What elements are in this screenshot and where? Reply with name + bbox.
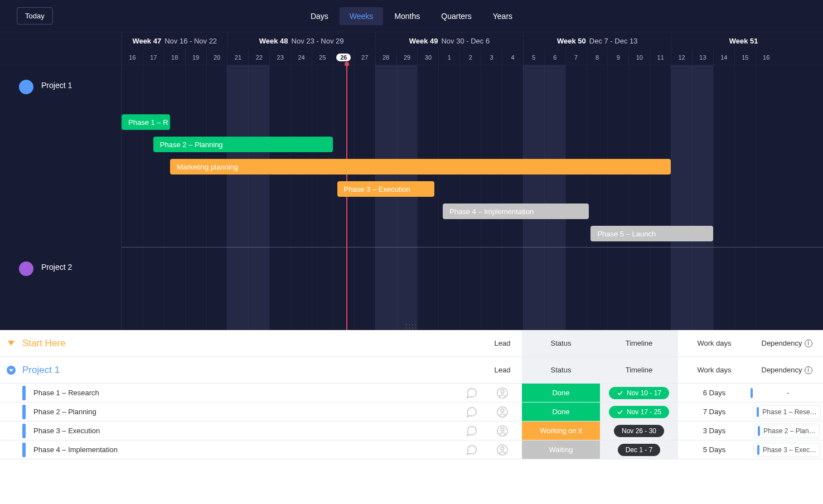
- person-icon[interactable]: [483, 421, 522, 440]
- chat-icon[interactable]: [461, 403, 483, 421]
- gantt-bar[interactable]: Phase 1 – R: [122, 114, 170, 130]
- dependency-cell[interactable]: Phase 3 – Exec…: [751, 440, 823, 459]
- gantt-group[interactable]: Project 2: [0, 247, 121, 330]
- week-header: Week 48Nov 23 - Nov 29: [227, 32, 375, 49]
- gantt-bar[interactable]: Phase 4 – Implementation: [443, 203, 589, 219]
- svg-point-3: [501, 409, 504, 412]
- chevron-down-icon[interactable]: [7, 366, 16, 375]
- chat-icon[interactable]: [461, 440, 483, 459]
- day-cell: 15: [734, 49, 756, 66]
- workdays-cell[interactable]: 7 Days: [678, 403, 751, 421]
- section-title[interactable]: Start Here: [22, 338, 461, 349]
- timeline-cell[interactable]: Nov 10 - 17: [600, 384, 678, 402]
- scale-tab-quarters[interactable]: Quarters: [431, 7, 481, 25]
- col-status[interactable]: Status: [522, 357, 600, 383]
- scale-tab-days[interactable]: Days: [301, 7, 338, 25]
- days-row: 1617181920212223242526272829301234567891…: [122, 49, 823, 66]
- table-row[interactable]: Phase 1 – ResearchDoneNov 10 - 176 Days-: [0, 384, 823, 403]
- chat-icon[interactable]: [461, 384, 483, 402]
- person-icon[interactable]: [483, 440, 522, 459]
- workdays-cell[interactable]: 5 Days: [678, 440, 751, 459]
- day-cell: 27: [354, 49, 375, 66]
- day-cell: 19: [185, 49, 206, 66]
- pane-resize-handle[interactable]: ::::: [405, 322, 418, 330]
- scale-tab-weeks[interactable]: Weeks: [340, 7, 384, 25]
- today-button[interactable]: Today: [17, 7, 53, 25]
- day-cell: 16: [122, 49, 143, 66]
- col-dependency[interactable]: Dependencyi: [751, 357, 823, 383]
- dependency-cell[interactable]: Phase 1 – Rese…: [751, 403, 823, 421]
- table-row[interactable]: Phase 3 – ExecutionWorking on itNov 26 -…: [0, 421, 823, 440]
- day-cell: 29: [396, 49, 418, 66]
- col-timeline[interactable]: Timeline: [600, 357, 678, 383]
- day-cell: 25: [312, 49, 333, 66]
- gantt-bar[interactable]: Phase 5 – Launch: [590, 226, 713, 241]
- day-cell: 30: [417, 49, 438, 66]
- person-icon[interactable]: [483, 403, 522, 421]
- item-color-bar: [22, 386, 26, 400]
- item-name[interactable]: Phase 1 – Research: [33, 389, 99, 397]
- svg-point-7: [501, 447, 504, 450]
- status-cell[interactable]: Done: [522, 384, 600, 402]
- status-cell[interactable]: Done: [522, 403, 600, 421]
- gantt-group[interactable]: Project 1: [0, 65, 121, 247]
- table-row[interactable]: Phase 4 – ImplementationWaitingDec 1 - 7…: [0, 440, 823, 459]
- gantt-bar[interactable]: Phase 2 – Planning: [153, 137, 333, 152]
- workdays-cell[interactable]: 3 Days: [678, 421, 751, 440]
- item-name[interactable]: Phase 3 – Execution: [33, 427, 100, 435]
- day-cell: 23: [269, 49, 291, 66]
- dependency-cell[interactable]: Phase 2 – Plan…: [751, 421, 823, 440]
- day-cell: 10: [628, 49, 650, 66]
- gantt-left-header: [0, 32, 122, 65]
- col-workdays[interactable]: Work days: [678, 330, 751, 356]
- day-cell: 18: [164, 49, 185, 66]
- item-name[interactable]: Phase 2 – Planning: [33, 408, 96, 416]
- today-marker: [346, 64, 347, 330]
- day-cell: 12: [671, 49, 692, 66]
- weeks-row: Week 47Nov 16 - Nov 22Week 48Nov 23 - No…: [122, 32, 823, 49]
- table-row[interactable]: Phase 2 – PlanningDoneNov 17 - 257 DaysP…: [0, 403, 823, 421]
- person-icon[interactable]: [483, 384, 522, 402]
- section-title[interactable]: Project 1: [22, 365, 461, 376]
- col-status[interactable]: Status: [522, 330, 600, 356]
- col-lead[interactable]: Lead: [483, 357, 522, 383]
- chevron-down-icon[interactable]: [8, 341, 14, 346]
- status-cell[interactable]: Working on it: [522, 421, 600, 440]
- day-cell: 20: [206, 49, 227, 66]
- info-icon[interactable]: i: [805, 340, 812, 347]
- day-cell: 1: [438, 49, 459, 66]
- day-cell: 7: [565, 49, 587, 66]
- timeline-cell[interactable]: Dec 1 - 7: [600, 440, 678, 459]
- gantt-bar[interactable]: Marketing planning: [170, 159, 671, 175]
- scale-tab-years[interactable]: Years: [483, 7, 522, 25]
- col-lead[interactable]: Lead: [483, 330, 522, 356]
- timeline-cell[interactable]: Nov 26 - 30: [600, 421, 678, 440]
- chart-pane[interactable]: Phase 1 – RPhase 2 – PlanningMarketing p…: [122, 65, 823, 330]
- day-cell: 13: [692, 49, 713, 66]
- item-name[interactable]: Phase 4 – Implementation: [33, 445, 118, 454]
- item-color-bar: [22, 424, 26, 438]
- day-cell: 3: [481, 49, 502, 66]
- timeline-cell[interactable]: Nov 17 - 25: [600, 403, 678, 421]
- week-header: Week 47Nov 16 - Nov 22: [122, 32, 227, 49]
- dependency-cell[interactable]: -: [751, 384, 823, 402]
- day-cell: 5: [523, 49, 544, 66]
- col-workdays[interactable]: Work days: [678, 357, 751, 383]
- week-header: Week 51: [671, 32, 819, 49]
- day-cell: 11: [650, 49, 671, 66]
- group-color-dot: [19, 261, 33, 276]
- scale-tab-months[interactable]: Months: [384, 7, 430, 25]
- gantt-bar[interactable]: Phase 3 – Execution: [337, 181, 434, 197]
- status-cell[interactable]: Waiting: [522, 440, 600, 459]
- section-project-1[interactable]: Project 1 Lead Status Timeline Work days…: [0, 357, 823, 384]
- section-start-here[interactable]: Start Here Lead Status Timeline Work day…: [0, 330, 823, 357]
- day-cell: 9: [607, 49, 628, 66]
- chat-icon[interactable]: [461, 421, 483, 440]
- col-dependency[interactable]: Dependencyi: [751, 330, 823, 356]
- day-cell: 28: [375, 49, 396, 66]
- col-timeline[interactable]: Timeline: [600, 330, 678, 356]
- info-icon[interactable]: i: [805, 366, 812, 374]
- day-cell: 17: [143, 49, 164, 66]
- workdays-cell[interactable]: 6 Days: [678, 384, 751, 402]
- day-cell: 8: [587, 49, 608, 66]
